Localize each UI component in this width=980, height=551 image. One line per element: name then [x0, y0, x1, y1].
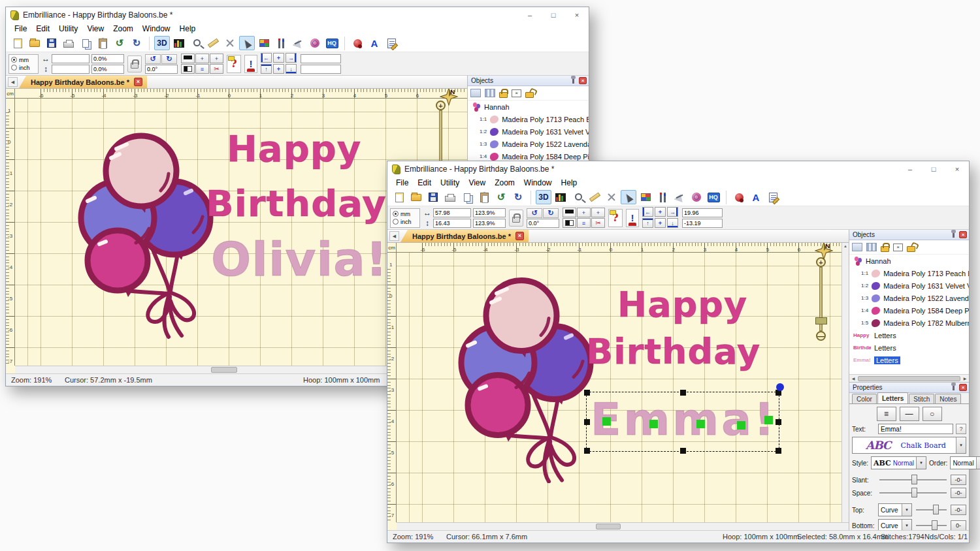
h-scroll-thumb[interactable] [596, 524, 621, 529]
resize-handle-se[interactable] [776, 448, 781, 454]
letter-handle[interactable] [737, 421, 745, 430]
thread-row[interactable]: 1:4Madeira Poly 1584 Deep Pink [849, 304, 969, 317]
tab-letters[interactable]: Letters [877, 392, 908, 403]
selection-box[interactable]: Emma! [586, 392, 779, 452]
tab-scroll-left[interactable]: ◀ [8, 77, 18, 87]
order-dropdown-arrow[interactable]: ▼ [976, 457, 980, 469]
document-tab[interactable]: Happy Birthday Baloons.be * × [19, 76, 147, 88]
rotate-cw-button[interactable]: ↻ [543, 208, 559, 218]
align-top-icon[interactable]: ↑ [261, 64, 272, 74]
singleline-mode-button[interactable]: — [900, 407, 919, 421]
lettering-text-input[interactable] [878, 424, 953, 434]
canvas-h-scrollbar[interactable] [397, 522, 849, 530]
unit-mm[interactable]: mm [11, 57, 38, 63]
notes-icon[interactable] [384, 36, 399, 50]
align-right-icon[interactable]: → [667, 207, 678, 217]
design-canvas[interactable]: cm -6-5-4-3-2-10123456 10-1-2-3-4-5-6-7 [387, 243, 849, 530]
color-palette-icon[interactable] [638, 190, 653, 204]
align-bottom-icon[interactable]: ↓ [286, 64, 297, 74]
menu-utility[interactable]: Utility [436, 178, 464, 187]
paste-icon[interactable] [476, 190, 492, 204]
realistic-view-icon[interactable] [181, 54, 195, 63]
contrast-icon[interactable] [181, 64, 195, 74]
letters-row-selected[interactable]: Emma!Letters [849, 354, 969, 366]
design-group-row[interactable]: Hannah [468, 101, 589, 113]
design-word-name[interactable]: Emma! [591, 394, 777, 445]
menu-utility[interactable]: Utility [54, 24, 82, 33]
fit-window-icon[interactable]: + [591, 208, 605, 217]
align-middle-icon[interactable]: + [273, 64, 284, 74]
thread-row[interactable]: 1:3Madeira Poly 1522 Lavendar Blue [849, 292, 969, 304]
menu-help[interactable]: Help [175, 24, 201, 33]
radio-inch[interactable] [11, 65, 17, 71]
letters-row[interactable]: BirthdayLetters [849, 341, 969, 354]
select-tool-icon[interactable] [239, 36, 255, 50]
panel-close-button[interactable]: × [579, 77, 587, 84]
aspect-lock-button[interactable] [127, 55, 142, 72]
sequence-icon[interactable]: ≡ [577, 218, 591, 228]
help-icon[interactable]: ? [608, 209, 623, 227]
h-scroll-thumb[interactable] [211, 367, 237, 373]
resize-handle-e[interactable] [776, 419, 781, 425]
notes-icon[interactable] [765, 190, 781, 204]
align-center-h-icon[interactable]: + [655, 207, 666, 217]
resize-handle-nw[interactable] [584, 390, 590, 396]
maximize-button[interactable]: □ [922, 161, 945, 177]
style-dropdown-arrow[interactable]: ▼ [916, 457, 926, 469]
tab-stitch[interactable]: Stitch [909, 394, 934, 403]
tab-close-button[interactable]: × [515, 232, 524, 240]
design-word-happy[interactable]: Happy [617, 284, 747, 325]
lock-open-icon[interactable] [525, 92, 534, 98]
maximize-button[interactable]: □ [542, 7, 565, 23]
stitch-grid[interactable]: Happy Birthday Emma! [397, 253, 849, 522]
menu-edit[interactable]: Edit [31, 24, 54, 33]
rotate-ccw-button[interactable]: ↺ [527, 208, 542, 218]
radio-inch[interactable] [393, 219, 399, 225]
menu-zoom[interactable]: Zoom [490, 178, 519, 187]
top-slider[interactable] [915, 505, 948, 515]
space-slider-thumb[interactable] [911, 488, 917, 497]
object-group-icon[interactable] [485, 89, 495, 97]
menu-view[interactable]: View [464, 178, 490, 187]
hq-button[interactable]: HQ [706, 190, 721, 204]
bottom-reset-button[interactable]: 0- [951, 520, 966, 531]
style-dropdown[interactable]: ABC Normal ▼ [871, 456, 926, 469]
rotate-ccw-button[interactable]: ↺ [145, 54, 161, 64]
objects-h-scrollbar[interactable]: ◀ ▶ [849, 374, 969, 382]
open-icon[interactable] [408, 190, 424, 204]
height-pct-input[interactable] [473, 219, 506, 228]
design-group-row[interactable]: Hannah [849, 255, 969, 267]
minimize-button[interactable]: – [898, 161, 922, 177]
design-word-birthday[interactable]: Birthday [206, 182, 387, 225]
align-top-icon[interactable]: ↑ [642, 218, 653, 228]
width-input[interactable] [433, 208, 471, 217]
document-tab[interactable]: Happy Birthday Baloons.be * × [400, 230, 529, 242]
objects-scroll-thumb[interactable] [858, 376, 960, 381]
circle-mode-button[interactable]: ○ [923, 407, 942, 421]
lock-open-icon[interactable] [907, 246, 915, 252]
zoom-tool-icon[interactable] [570, 190, 585, 204]
height-input[interactable] [52, 65, 90, 74]
bottom-slider[interactable] [915, 520, 948, 531]
tab-color[interactable]: Color [852, 394, 877, 403]
new-icon[interactable] [391, 190, 407, 204]
hq-button[interactable]: HQ [324, 36, 340, 50]
menu-edit[interactable]: Edit [413, 178, 436, 187]
rotation-handle[interactable] [776, 383, 784, 391]
v-scroll-up[interactable]: ▲ [843, 244, 847, 248]
design-word-name[interactable]: Olivia! [211, 232, 388, 287]
zoom-slider-handle[interactable] [815, 317, 827, 324]
thread-row[interactable]: 1:2Madeira Poly 1631 Velvet Violet [849, 279, 969, 292]
paste-icon[interactable] [95, 36, 110, 50]
height-input[interactable] [433, 219, 471, 228]
zoom-slider[interactable]: + — [816, 257, 826, 341]
lock-closed-icon[interactable] [499, 92, 508, 98]
y-position-input[interactable] [682, 219, 723, 228]
letter-handle[interactable] [696, 420, 705, 428]
measure-tool-icon[interactable] [587, 190, 602, 204]
fit-window-icon[interactable]: + [210, 54, 223, 63]
menu-file[interactable]: File [391, 178, 413, 187]
slant-slider-thumb[interactable] [911, 475, 917, 484]
save-icon[interactable] [44, 36, 59, 50]
title-bar[interactable]: Embrilliance - Happy Birthday Baloons.be… [387, 161, 969, 177]
